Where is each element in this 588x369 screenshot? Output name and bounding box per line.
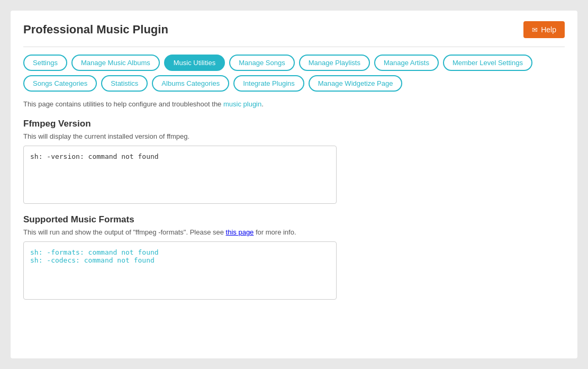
- help-button[interactable]: ✉ Help: [523, 21, 565, 38]
- page-title: Professional Music Plugin: [23, 23, 168, 37]
- ffmpeg-title: Ffmpeg Version: [23, 119, 565, 129]
- formats-section: Supported Music Formats This will run an…: [23, 214, 565, 300]
- formats-output-line1: sh: -formats: command not found: [30, 248, 159, 256]
- formats-output-line2: sh: -codecs: command not found: [30, 256, 155, 264]
- tab-manage-music-albums[interactable]: Manage Music Albums: [71, 55, 160, 71]
- tab-manage-artists[interactable]: Manage Artists: [374, 55, 439, 71]
- formats-info-link[interactable]: this page: [226, 228, 254, 236]
- tab-settings[interactable]: Settings: [23, 55, 67, 71]
- ffmpeg-output: sh: -version: command not found: [30, 152, 159, 160]
- nav-tabs: SettingsManage Music AlbumsMusic Utiliti…: [23, 55, 565, 92]
- main-container: Professional Music Plugin ✉ Help Setting…: [11, 11, 577, 358]
- tab-statistics[interactable]: Statistics: [101, 75, 148, 92]
- tab-manage-playlists[interactable]: Manage Playlists: [299, 55, 370, 71]
- tab-integrate-plugins[interactable]: Integrate Plugins: [233, 75, 304, 92]
- envelope-icon: ✉: [532, 26, 538, 34]
- page-description: This page contains utilities to help con…: [23, 100, 565, 108]
- ffmpeg-section: Ffmpeg Version This will display the cur…: [23, 119, 565, 204]
- tab-manage-widgetize-page[interactable]: Manage Widgetize Page: [309, 75, 403, 92]
- tab-songs-categories[interactable]: Songs Categories: [23, 75, 97, 92]
- tab-albums-categories[interactable]: Albums Categories: [152, 75, 229, 92]
- header-row: Professional Music Plugin ✉ Help: [23, 21, 565, 38]
- formats-desc: This will run and show the output of "ff…: [23, 228, 565, 236]
- ffmpeg-desc: This will display the current installed …: [23, 132, 565, 140]
- formats-output-box: sh: -formats: command not found sh: -cod…: [23, 241, 337, 300]
- help-label: Help: [541, 25, 556, 34]
- music-plugin-link[interactable]: music plugin: [223, 100, 261, 108]
- ffmpeg-output-box: sh: -version: command not found: [23, 146, 337, 204]
- tab-member-level-settings[interactable]: Member Level Settings: [443, 55, 532, 71]
- tab-manage-songs[interactable]: Manage Songs: [229, 55, 294, 71]
- header-divider: [23, 47, 565, 47]
- formats-title: Supported Music Formats: [23, 214, 565, 225]
- tab-music-utilities[interactable]: Music Utilities: [164, 55, 225, 71]
